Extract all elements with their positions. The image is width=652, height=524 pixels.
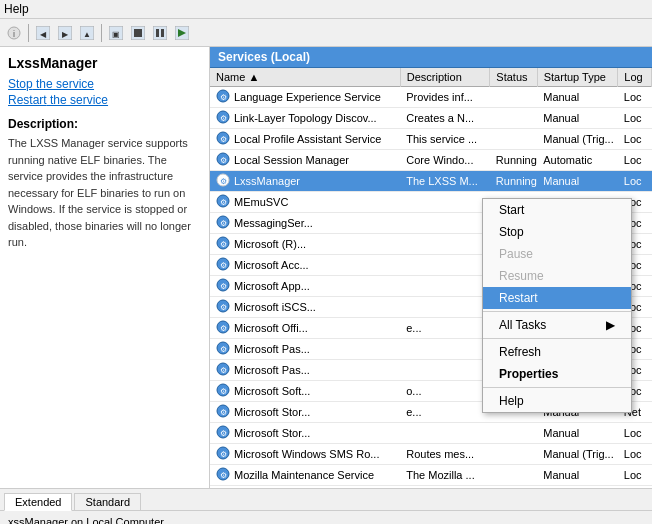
cell-name: ⚙Microsoft Pas... (210, 339, 400, 359)
cell-description (400, 423, 490, 444)
pause-icon[interactable] (150, 23, 170, 43)
svg-text:⚙: ⚙ (220, 429, 227, 438)
svg-text:▲: ▲ (83, 30, 91, 39)
cell-name: ⚙Microsoft iSCS... (210, 297, 400, 317)
tab-standard[interactable]: Standard (74, 493, 141, 510)
up-icon[interactable]: ▲ (77, 23, 97, 43)
table-row[interactable]: ⚙LxssManagerThe LXSS M...RunningManualLo… (210, 171, 652, 192)
cell-description: Provides inf... (400, 87, 490, 108)
bottom-tabs: Extended Standard (0, 488, 652, 510)
svg-text:⚙: ⚙ (220, 135, 227, 144)
context-menu-separator (483, 387, 631, 388)
svg-rect-12 (153, 26, 167, 40)
cell-status (490, 423, 537, 444)
cell-name: ⚙Microsoft Offi... (210, 318, 400, 338)
table-row[interactable]: ⚙Local Profile Assistant ServiceThis ser… (210, 129, 652, 150)
cell-status (490, 108, 537, 129)
cell-startup: Manual (537, 171, 618, 192)
play-icon[interactable] (172, 23, 192, 43)
col-name[interactable]: Name ▲ (210, 68, 400, 87)
col-log[interactable]: Log (618, 68, 652, 87)
context-menu: StartStopPauseResumeRestartAll Tasks▶Ref… (482, 198, 632, 413)
cell-name: ⚙Local Session Manager (210, 150, 400, 170)
description-text: The LXSS Manager service supports runnin… (8, 135, 201, 251)
cell-name: ⚙Microsoft Stor... (210, 402, 400, 422)
context-menu-start[interactable]: Start (483, 199, 631, 221)
svg-text:⚙: ⚙ (220, 219, 227, 228)
context-menu-separator (483, 338, 631, 339)
svg-text:⚙: ⚙ (220, 450, 227, 459)
cell-startup: Manual (537, 108, 618, 129)
next-icon[interactable]: ▶ (55, 23, 75, 43)
cell-description: Creates a N... (400, 108, 490, 129)
restart-service-link[interactable]: Restart the service (8, 93, 201, 107)
prev-icon[interactable]: ◀ (33, 23, 53, 43)
status-text: xssManager on Local Computer (8, 516, 164, 525)
context-menu-separator (483, 311, 631, 312)
table-row[interactable]: ⚙Natural AuthenticationSignal aggr...Man… (210, 486, 652, 489)
context-menu-refresh[interactable]: Refresh (483, 341, 631, 363)
svg-text:◀: ◀ (40, 30, 47, 39)
service-icon: ⚙ (216, 173, 230, 189)
cell-name: ⚙Microsoft Pas... (210, 360, 400, 380)
context-menu-properties[interactable]: Properties (483, 363, 631, 385)
cell-description: Signal aggr... (400, 486, 490, 489)
cell-startup: Manual (537, 423, 618, 444)
help-menu[interactable]: Help (4, 2, 29, 16)
cell-description: This service ... (400, 129, 490, 150)
toolbar-separator (28, 24, 29, 42)
cell-log: Loc (618, 423, 652, 444)
col-description[interactable]: Description (400, 68, 490, 87)
cell-description: e... (400, 402, 490, 423)
table-row[interactable]: ⚙Local Session ManagerCore Windo...Runni… (210, 150, 652, 171)
context-menu-help[interactable]: Help (483, 390, 631, 412)
cell-name: ⚙Microsoft Acc... (210, 255, 400, 275)
cell-startup: Manual (Trig... (537, 486, 618, 489)
service-icon: ⚙ (216, 257, 230, 273)
service-icon: ⚙ (216, 236, 230, 252)
cell-description: The Mozilla ... (400, 465, 490, 486)
service-icon: ⚙ (216, 467, 230, 483)
svg-rect-14 (161, 29, 164, 37)
svg-text:⚙: ⚙ (220, 261, 227, 270)
table-row[interactable]: ⚙Microsoft Windows SMS Ro...Routes mes..… (210, 444, 652, 465)
cell-status (490, 129, 537, 150)
table-row[interactable]: ⚙Language Experience ServiceProvides inf… (210, 87, 652, 108)
cell-name: ⚙Microsoft App... (210, 276, 400, 296)
back-icon[interactable]: i (4, 23, 24, 43)
context-menu-stop[interactable]: Stop (483, 221, 631, 243)
stop-icon[interactable] (128, 23, 148, 43)
cell-startup: Manual (Trig... (537, 129, 618, 150)
svg-text:⚙: ⚙ (220, 408, 227, 417)
svg-text:i: i (13, 29, 15, 39)
svg-text:⚙: ⚙ (220, 366, 227, 375)
show-console-icon[interactable]: ▣ (106, 23, 126, 43)
cell-description: e... (400, 318, 490, 339)
services-table-container[interactable]: Name ▲ Description Status Startup Type L… (210, 68, 652, 488)
toolbar: i ◀ ▶ ▲ ▣ (0, 19, 652, 47)
cell-name: ⚙Language Experience Service (210, 87, 400, 107)
context-menu-restart[interactable]: Restart (483, 287, 631, 309)
cell-status: Running (490, 150, 537, 171)
service-icon: ⚙ (216, 215, 230, 231)
table-row[interactable]: ⚙Microsoft Stor...ManualLoc (210, 423, 652, 444)
stop-service-link[interactable]: Stop the service (8, 77, 201, 91)
table-row[interactable]: ⚙Mozilla Maintenance ServiceThe Mozilla … (210, 465, 652, 486)
service-icon: ⚙ (216, 383, 230, 399)
svg-rect-11 (134, 29, 142, 37)
tab-extended[interactable]: Extended (4, 493, 72, 511)
svg-text:⚙: ⚙ (220, 93, 227, 102)
svg-text:⚙: ⚙ (220, 282, 227, 291)
toolbar-separator-2 (101, 24, 102, 42)
context-menu-all-tasks[interactable]: All Tasks▶ (483, 314, 631, 336)
cell-status: Running (490, 171, 537, 192)
cell-name: ⚙Microsoft Stor... (210, 423, 400, 443)
status-bar: xssManager on Local Computer (0, 510, 652, 524)
cell-description: o... (400, 381, 490, 402)
col-status[interactable]: Status (490, 68, 537, 87)
service-icon: ⚙ (216, 425, 230, 441)
col-startup[interactable]: Startup Type (537, 68, 618, 87)
table-row[interactable]: ⚙Link-Layer Topology Discov...Creates a … (210, 108, 652, 129)
svg-text:⚙: ⚙ (220, 114, 227, 123)
service-icon: ⚙ (216, 341, 230, 357)
